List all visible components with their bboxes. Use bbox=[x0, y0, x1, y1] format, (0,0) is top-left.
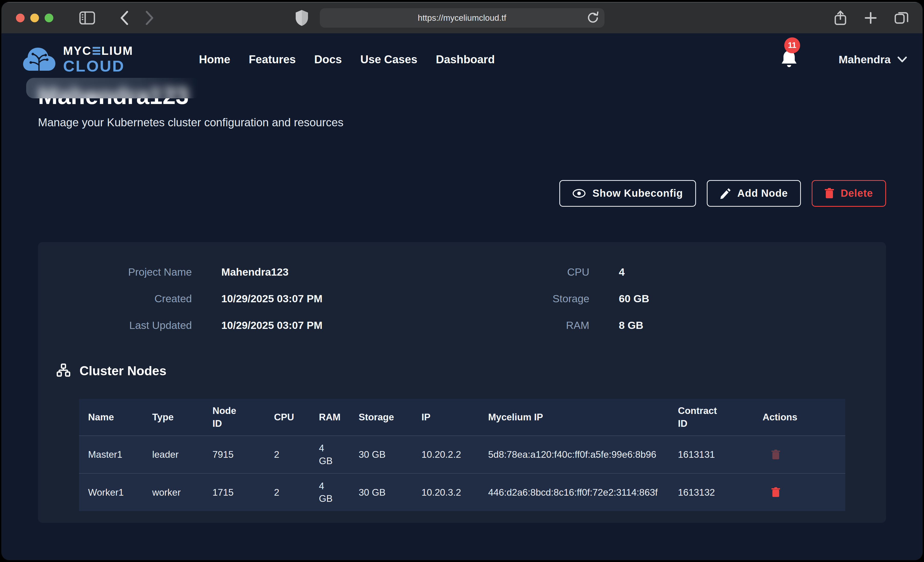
cell-cpu: 2 bbox=[265, 436, 310, 473]
reload-icon[interactable] bbox=[587, 12, 599, 24]
table-body: Master1leader791524 GB30 GB10.20.2.25d8:… bbox=[79, 436, 845, 511]
detail-row: Created10/29/2025 03:07 PM bbox=[56, 285, 410, 312]
new-tab-icon[interactable] bbox=[864, 11, 878, 25]
minimize-window-button[interactable] bbox=[30, 13, 39, 22]
user-menu[interactable]: Mahendra bbox=[838, 53, 907, 66]
detail-label: CPU bbox=[410, 266, 590, 278]
show-kubeconfig-button[interactable]: Show Kubeconfig bbox=[560, 180, 696, 207]
column-header-contract-id: Contract ID bbox=[669, 399, 753, 436]
table-row-worker1: Worker1worker171524 GB30 GB10.20.3.2446:… bbox=[79, 473, 845, 511]
stylized-e-icon bbox=[93, 47, 100, 55]
cell-actions bbox=[753, 436, 845, 473]
cell-cpu: 2 bbox=[265, 473, 310, 511]
detail-value: 4 bbox=[619, 266, 625, 278]
logo-line1-left: MYC bbox=[63, 45, 92, 57]
share-icon[interactable] bbox=[834, 10, 847, 26]
logo-line2: CLOUD bbox=[63, 58, 134, 74]
column-header-storage: Storage bbox=[350, 399, 412, 436]
detail-row: RAM8 GB bbox=[410, 312, 769, 339]
address-bar[interactable]: https://myceliumcloud.tf bbox=[320, 8, 604, 28]
tab-overview-icon[interactable] bbox=[894, 11, 909, 25]
details-right-column: CPU4Storage60 GBRAM8 GB bbox=[410, 259, 769, 339]
traffic-lights bbox=[16, 13, 53, 22]
eye-icon bbox=[572, 189, 586, 198]
nav-link-dashboard[interactable]: Dashboard bbox=[436, 53, 495, 66]
site-header: MYC LIUM CLOUD HomeFeaturesDocsUse Cases… bbox=[2, 33, 922, 84]
cell-storage: 30 GB bbox=[350, 436, 412, 473]
logo-text: MYC LIUM CLOUD bbox=[63, 45, 134, 74]
privacy-blur-overlay bbox=[26, 78, 201, 99]
details-left-column: Project NameMahendra123Created10/29/2025… bbox=[56, 259, 410, 339]
trash-icon bbox=[825, 188, 834, 199]
cluster-actions: Show Kubeconfig Add Node Delete bbox=[38, 180, 886, 207]
cell-node-id: 7915 bbox=[203, 436, 265, 473]
table-header-row: NameTypeNode IDCPURAMStorageIPMycelium I… bbox=[79, 399, 845, 436]
browser-toolbar: https://myceliumcloud.tf bbox=[2, 2, 922, 33]
trash-icon bbox=[771, 450, 780, 460]
delete-node-button[interactable] bbox=[763, 450, 780, 460]
detail-label: Storage bbox=[410, 293, 590, 305]
nav-link-home[interactable]: Home bbox=[199, 53, 230, 66]
column-header-ip: IP bbox=[412, 399, 479, 436]
browser-window: https://myceliumcloud.tf bbox=[2, 2, 922, 560]
detail-label: Created bbox=[56, 293, 192, 305]
cluster-details-card: Project NameMahendra123Created10/29/2025… bbox=[38, 242, 886, 523]
cell-ram: 4 GB bbox=[310, 436, 350, 473]
cell-name: Worker1 bbox=[79, 473, 143, 511]
zoom-window-button[interactable] bbox=[45, 13, 53, 22]
delete-cluster-button[interactable]: Delete bbox=[812, 180, 886, 207]
detail-value: 8 GB bbox=[619, 320, 644, 332]
detail-value: 10/29/2025 03:07 PM bbox=[221, 320, 322, 332]
cell-storage: 30 GB bbox=[350, 473, 412, 511]
detail-label: RAM bbox=[410, 320, 590, 332]
detail-label: Project Name bbox=[56, 266, 192, 278]
notification-badge: 11 bbox=[784, 37, 800, 53]
column-header-name: Name bbox=[79, 399, 143, 436]
detail-label: Last Updated bbox=[56, 320, 192, 332]
trash-icon bbox=[771, 487, 780, 498]
cell-name: Master1 bbox=[79, 436, 143, 473]
user-name: Mahendra bbox=[838, 53, 891, 66]
cell-ram: 4 GB bbox=[310, 473, 350, 511]
forward-icon[interactable] bbox=[145, 10, 155, 26]
column-header-cpu: CPU bbox=[265, 399, 310, 436]
detail-value: 60 GB bbox=[619, 293, 650, 305]
column-header-type: Type bbox=[143, 399, 203, 436]
column-header-node-id: Node ID bbox=[203, 399, 265, 436]
page-subtitle: Manage your Kubernetes cluster configura… bbox=[38, 116, 886, 129]
nav-link-docs[interactable]: Docs bbox=[314, 53, 342, 66]
cell-contract-id: 1613131 bbox=[669, 436, 753, 473]
pencil-icon bbox=[720, 188, 730, 199]
nav-link-features[interactable]: Features bbox=[249, 53, 296, 66]
sidebar-toggle-icon[interactable] bbox=[79, 10, 95, 25]
project-details: Project NameMahendra123Created10/29/2025… bbox=[56, 259, 868, 339]
table-row-master1: Master1leader791524 GB30 GB10.20.2.25d8:… bbox=[79, 436, 845, 473]
nav-link-use-cases[interactable]: Use Cases bbox=[360, 53, 417, 66]
cluster-nodes-heading: Cluster Nodes bbox=[56, 363, 868, 378]
detail-row: Project NameMahendra123 bbox=[56, 259, 410, 285]
detail-value: Mahendra123 bbox=[221, 266, 288, 278]
cloud-logo-icon bbox=[22, 45, 56, 74]
cell-mycelium-ip: 446:d2a6:8bcd:8c16:ff0f:72e2:3114:863f bbox=[479, 473, 669, 511]
detail-row: Storage60 GB bbox=[410, 285, 769, 312]
close-window-button[interactable] bbox=[16, 13, 25, 22]
network-icon bbox=[56, 363, 71, 378]
back-icon[interactable] bbox=[119, 10, 129, 26]
notifications-button[interactable]: 11 bbox=[781, 50, 798, 69]
detail-row: Last Updated10/29/2025 03:07 PM bbox=[56, 312, 410, 339]
cell-node-id: 1715 bbox=[203, 473, 265, 511]
delete-node-button[interactable] bbox=[763, 487, 780, 498]
mycelium-cloud-logo[interactable]: MYC LIUM CLOUD bbox=[22, 45, 134, 74]
cell-mycelium-ip: 5d8:78ea:a120:f40c:ff0f:a5fe:99e6:8b96 bbox=[479, 436, 669, 473]
cell-ip: 10.20.3.2 bbox=[412, 473, 479, 511]
site-content: MYC LIUM CLOUD HomeFeaturesDocsUse Cases… bbox=[2, 33, 922, 560]
column-header-ram: RAM bbox=[310, 399, 350, 436]
main-nav: HomeFeaturesDocsUse CasesDashboard bbox=[199, 53, 495, 66]
column-header-actions: Actions bbox=[753, 399, 845, 436]
chevron-down-icon bbox=[897, 56, 907, 63]
privacy-shield-icon[interactable] bbox=[295, 9, 309, 26]
cell-ip: 10.20.2.2 bbox=[412, 436, 479, 473]
add-node-button[interactable]: Add Node bbox=[707, 180, 801, 207]
url-text: https://myceliumcloud.tf bbox=[418, 13, 506, 23]
cell-contract-id: 1613132 bbox=[669, 473, 753, 511]
